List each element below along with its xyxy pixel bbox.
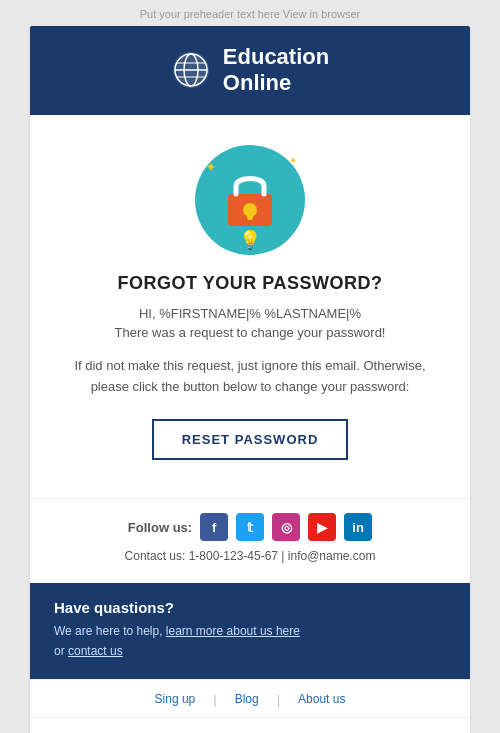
hero-title: FORGOT YOUR PASSWORD? — [60, 273, 440, 294]
globe-icon — [171, 50, 211, 90]
svg-rect-8 — [247, 212, 253, 220]
hero-section: ✦ ✦ 💡 FORGOT YOUR PASSWORD? HI, %FIRSTNA… — [30, 115, 470, 499]
social-section: Follow us: f 𝕥 ◎ ▶ in Contact us: 1-800-… — [30, 498, 470, 583]
footer-text: This daily newsletter was sent to info@n… — [30, 718, 470, 733]
hero-body-text: If did not make this request, just ignor… — [60, 356, 440, 398]
lock-icon — [220, 166, 280, 234]
contact-us-link[interactable]: contact us — [68, 644, 123, 658]
hero-request: There was a request to change your passw… — [60, 325, 440, 340]
instagram-icon[interactable]: ◎ — [272, 513, 300, 541]
learn-more-link[interactable]: learn more about us here — [166, 624, 300, 638]
reset-password-button[interactable]: RESET PASSWORD — [152, 419, 349, 460]
blog-link[interactable]: Blog — [217, 692, 277, 706]
social-icons-row: Follow us: f 𝕥 ◎ ▶ in — [50, 513, 450, 541]
email-container: Education Online ✦ ✦ 💡 FORGOT YOUR PASSW… — [30, 26, 470, 733]
contact-info: Contact us: 1-800-123-45-67 | info@name.… — [50, 549, 450, 563]
star-decoration-left: ✦ — [205, 159, 217, 175]
signup-link[interactable]: Sing up — [137, 692, 214, 706]
hero-greeting: HI, %FIRSTNAME|% %LASTNAME|% — [60, 306, 440, 321]
star-decoration-right: ✦ — [289, 155, 297, 166]
follow-us-label: Follow us: — [128, 520, 192, 535]
twitter-icon[interactable]: 𝕥 — [236, 513, 264, 541]
preheader-text: Put your preheader text here View in bro… — [0, 0, 500, 26]
header-brand-name: Education Online — [223, 44, 329, 97]
faq-body: We are here to help, learn more about us… — [54, 622, 446, 660]
about-link[interactable]: About us — [280, 692, 363, 706]
email-header: Education Online — [30, 26, 470, 115]
brand-title-line2: Online — [223, 70, 329, 96]
facebook-icon[interactable]: f — [200, 513, 228, 541]
youtube-icon[interactable]: ▶ — [308, 513, 336, 541]
bulb-decoration: 💡 — [239, 229, 261, 251]
faq-banner: Have quastions? We are here to help, lea… — [30, 583, 470, 678]
linkedin-icon[interactable]: in — [344, 513, 372, 541]
lock-illustration: ✦ ✦ 💡 — [195, 145, 305, 255]
footer-links-row: Sing up | Blog | About us — [30, 679, 470, 718]
faq-title: Have quastions? — [54, 599, 446, 616]
brand-title-line1: Education — [223, 44, 329, 70]
